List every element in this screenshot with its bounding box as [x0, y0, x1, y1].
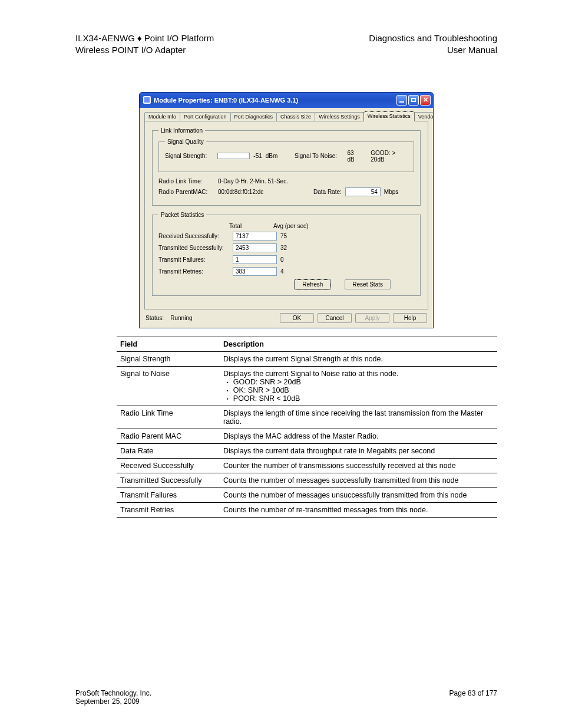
radio-parent-mac-label: Radio ParentMAC: — [158, 189, 214, 195]
help-button[interactable]: Help — [393, 313, 427, 323]
data-rate-label: Data Rate: — [313, 189, 342, 195]
signal-strength-bar — [217, 153, 250, 159]
cancel-button[interactable]: Cancel — [318, 313, 352, 323]
signal-quality-legend: Signal Quality — [165, 139, 206, 145]
signal-strength-value: -51 — [253, 153, 262, 159]
signal-strength-label: Signal Strength: — [165, 153, 214, 159]
signal-strength-unit: dBm — [266, 153, 278, 159]
apply-button[interactable]: Apply — [355, 313, 389, 323]
data-rate-value: 54 — [345, 187, 381, 196]
titlebar[interactable]: Module Properties: ENBT:0 (ILX34-AENWG 3… — [140, 93, 433, 108]
table-row: Radio Link Time Displays the length of t… — [117, 406, 497, 429]
radio-parent-mac-value: 00:0d:8d:f0:12:dc — [218, 189, 277, 195]
table-row: Received Successfully Counter the number… — [117, 458, 497, 473]
radio-link-time-label: Radio Link Time: — [158, 178, 214, 185]
table-row: Transmit Retries Counts the number of re… — [117, 502, 497, 517]
window-icon — [143, 96, 151, 104]
table-row: Transmit Failures Counts the number of m… — [117, 487, 497, 502]
tab-chassis-size[interactable]: Chassis Size — [276, 112, 315, 121]
reset-stats-button[interactable]: Reset Stats — [345, 279, 391, 289]
table-header-field: Field — [117, 337, 220, 351]
tab-port-configuration[interactable]: Port Configuration — [180, 112, 231, 121]
tab-vendor[interactable]: Vendor — [414, 112, 434, 121]
received-successfully-total: 7137 — [233, 232, 277, 241]
packet-total-header: Total — [229, 223, 273, 229]
snr-intro: Displays the current Signal to Noise rat… — [223, 370, 494, 378]
signal-quality-group: Signal Quality Signal Strength: -51 dBm … — [158, 139, 414, 172]
transmit-failures-total: 1 — [233, 255, 277, 264]
packet-avg-header: Avg (per sec) — [273, 223, 318, 229]
list-item: GOOD: SNR > 20dB — [235, 378, 494, 386]
table-header-row: Field Description — [117, 337, 497, 351]
close-button[interactable]: ✕ — [420, 95, 431, 106]
window-title: Module Properties: ENBT:0 (ILX34-AENWG 3… — [154, 97, 298, 104]
minimize-button[interactable] — [396, 95, 407, 106]
tab-module-info[interactable]: Module Info — [144, 112, 180, 121]
tab-port-diagnostics[interactable]: Port Diagnostics — [230, 112, 277, 121]
footer-company: ProSoft Technology, Inc. — [75, 689, 151, 697]
link-information-legend: Link Information — [158, 127, 205, 134]
packet-statistics-legend: Packet Statistics — [158, 212, 206, 218]
signal-to-noise-value: 63 dB — [348, 150, 362, 163]
signal-to-noise-label: Signal To Noise: — [295, 153, 337, 159]
packet-statistics-group: Packet Statistics Total Avg (per sec) Re… — [152, 212, 421, 296]
transmitted-successfully-label: Transmited Successfully: — [158, 245, 229, 251]
received-successfully-label: Received Successfully: — [158, 233, 229, 239]
transmitted-successfully-total: 2453 — [233, 243, 277, 252]
list-item: OK: SNR > 10dB — [235, 386, 494, 394]
table-header-desc: Description — [220, 337, 497, 351]
tab-wireless-settings[interactable]: Wireless Settings — [315, 112, 364, 121]
module-properties-dialog: Module Properties: ENBT:0 (ILX34-AENWG 3… — [139, 92, 434, 328]
header-section: Diagnostics and Troubleshooting — [369, 32, 497, 44]
field-description-table: Field Description Signal Strength Displa… — [117, 337, 497, 518]
transmit-retries-avg: 4 — [280, 268, 325, 275]
data-rate-unit: Mbps — [384, 189, 398, 195]
header-doctype: User Manual — [369, 44, 497, 56]
status-value: Running — [170, 315, 192, 321]
transmit-retries-total: 383 — [233, 267, 277, 276]
transmit-retries-label: Transmit Retries: — [158, 268, 229, 275]
table-row: Signal to Noise Displays the current Sig… — [117, 366, 497, 406]
header-subtitle: Wireless POINT I/O Adapter — [75, 44, 214, 56]
transmitted-successfully-avg: 32 — [280, 245, 325, 251]
refresh-button[interactable]: Refresh — [295, 279, 330, 289]
status-label: Status: — [146, 315, 164, 321]
table-row: Signal Strength Displays the current Sig… — [117, 351, 497, 366]
tab-wireless-statistics[interactable]: Wireless Statistics — [363, 111, 415, 121]
transmit-failures-avg: 0 — [280, 256, 325, 263]
table-row: Transmitted Successfully Counts the numb… — [117, 473, 497, 487]
table-row: Radio Parent MAC Displays the MAC addres… — [117, 429, 497, 443]
list-item: POOR: SNR < 10dB — [235, 394, 494, 403]
maximize-button[interactable] — [408, 95, 419, 106]
ok-button[interactable]: OK — [280, 313, 314, 323]
received-successfully-avg: 75 — [280, 233, 325, 239]
link-information-group: Link Information Signal Quality Signal S… — [152, 127, 421, 206]
footer-date: September 25, 2009 — [75, 697, 151, 706]
table-row: Data Rate Displays the current data thro… — [117, 443, 497, 458]
footer-page: Page 83 of 177 — [449, 689, 497, 706]
radio-link-time-value: 0-Day 0-Hr. 2-Min. 51-Sec. — [218, 178, 288, 185]
transmit-failures-label: Transmit Failures: — [158, 256, 229, 263]
header-product: ILX34-AENWG ♦ Point I/O Platform — [75, 32, 214, 44]
signal-to-noise-rating: GOOD: > 20dB — [371, 150, 408, 163]
